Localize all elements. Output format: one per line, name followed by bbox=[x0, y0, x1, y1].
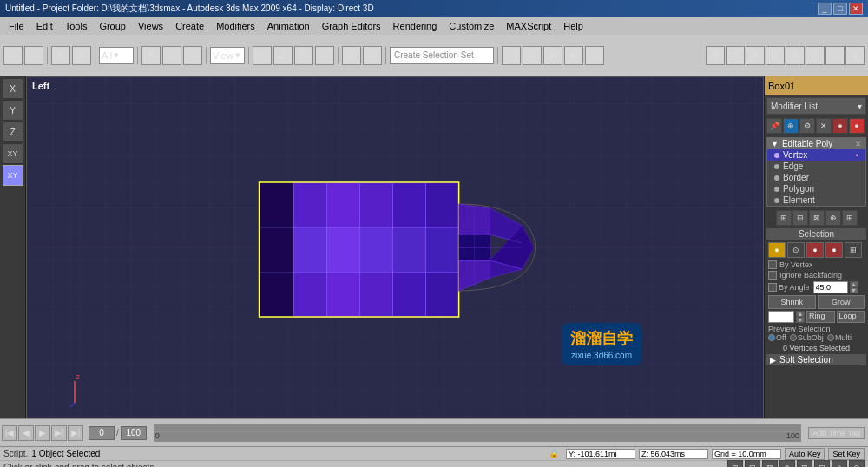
rp-configure-button[interactable]: ⚙ bbox=[799, 118, 815, 134]
percent-snap-button[interactable]: % bbox=[294, 46, 313, 65]
rp-red2-button[interactable]: ● bbox=[849, 118, 865, 134]
select-rotate-button[interactable]: ↻ bbox=[162, 46, 181, 65]
menu-graph-editors[interactable]: Graph Editors bbox=[317, 20, 386, 32]
menu-maxscript[interactable]: MAXScript bbox=[501, 20, 556, 32]
menu-customize[interactable]: Customize bbox=[444, 20, 499, 32]
rp-active-button[interactable]: ⊕ bbox=[783, 118, 799, 134]
total-frames-input[interactable] bbox=[121, 426, 147, 440]
mirror-button[interactable]: ⊞ bbox=[342, 46, 361, 65]
rp-pin-button[interactable]: 📌 bbox=[766, 118, 782, 134]
ep-edge[interactable]: Edge bbox=[767, 161, 865, 172]
close-button[interactable]: ✕ bbox=[849, 3, 863, 15]
named-selection-input[interactable]: Create Selection Set bbox=[390, 47, 494, 64]
spinner-snap-button[interactable]: ↕ bbox=[315, 46, 334, 65]
add-time-tag-button[interactable]: Add Time Tag bbox=[808, 427, 865, 439]
angle-input[interactable] bbox=[813, 281, 848, 293]
sel-icon-red-1[interactable]: ● bbox=[806, 242, 824, 258]
right-tb-8[interactable]: ◈ bbox=[845, 46, 865, 65]
select-move-button[interactable]: ✛ bbox=[141, 46, 161, 65]
align-button[interactable]: ⊟ bbox=[363, 46, 382, 65]
x-axis-button[interactable]: X bbox=[3, 78, 23, 99]
menu-tools[interactable]: Tools bbox=[60, 20, 93, 32]
schematic-button[interactable]: ⊠ bbox=[523, 46, 542, 65]
right-tb-7[interactable]: ⊙ bbox=[825, 46, 845, 65]
ring-button[interactable]: Ring bbox=[806, 311, 835, 323]
redo-button[interactable]: ↪ bbox=[24, 46, 43, 65]
tl-goto-start[interactable]: |◀ bbox=[2, 425, 17, 441]
shrink-button[interactable]: Shrink bbox=[768, 295, 816, 309]
select-scale-button[interactable]: ⊿ bbox=[183, 46, 202, 65]
tl-play[interactable]: ▶ bbox=[35, 425, 50, 441]
bottom-icon-5[interactable]: ⊞ bbox=[797, 460, 812, 468]
select-region-button[interactable]: ⊞ bbox=[72, 46, 91, 65]
bottom-icon-7[interactable]: ◈ bbox=[832, 460, 847, 468]
angle-snap-button[interactable]: ∠ bbox=[273, 46, 293, 65]
z-axis-button[interactable]: Z bbox=[3, 122, 23, 142]
bottom-icon-2[interactable]: ⊟ bbox=[745, 460, 760, 468]
xy-interact-button[interactable]: XY bbox=[3, 165, 23, 186]
sel-icon-yellow[interactable]: ● bbox=[768, 242, 786, 258]
snap-toggle-button[interactable]: ⊙ bbox=[253, 46, 272, 65]
angle-up[interactable]: ▲ bbox=[850, 281, 858, 287]
menu-modifiers[interactable]: Modifiers bbox=[211, 20, 260, 32]
grow-button[interactable]: Grow bbox=[818, 295, 865, 309]
right-tb-4[interactable]: ⊟ bbox=[766, 46, 785, 65]
render-scene-button[interactable]: ▶ bbox=[564, 46, 583, 65]
xy-axis-button[interactable]: XY bbox=[3, 143, 23, 164]
ignore-backfacing-checkbox[interactable] bbox=[768, 271, 777, 280]
ring-down[interactable]: ▼ bbox=[796, 317, 805, 323]
menu-rendering[interactable]: Rendering bbox=[388, 20, 443, 32]
right-tb-1[interactable]: ⊞ bbox=[706, 46, 725, 65]
reference-dropdown[interactable]: View ▾ bbox=[210, 47, 245, 64]
right-tb-3[interactable]: ⊞ bbox=[746, 46, 765, 65]
minimize-button[interactable]: _ bbox=[818, 3, 832, 15]
menu-help[interactable]: Help bbox=[558, 20, 589, 32]
right-tb-5[interactable]: ⊕ bbox=[786, 46, 805, 65]
bottom-icon-1[interactable]: ⊞ bbox=[727, 460, 743, 468]
menu-file[interactable]: File bbox=[3, 20, 30, 32]
editable-poly-header[interactable]: ▼ Editable Poly ✕ bbox=[767, 138, 865, 149]
select-filter-dropdown[interactable]: All ▾ bbox=[99, 47, 134, 64]
ep-vertex[interactable]: Vertex • bbox=[767, 149, 865, 161]
select-object-button[interactable]: ⊕ bbox=[51, 46, 70, 65]
sel-icon-red-2[interactable]: ● bbox=[825, 242, 843, 258]
preview-off[interactable]: Off bbox=[768, 333, 786, 342]
sel-icon-2[interactable]: ⊞ bbox=[845, 242, 862, 258]
by-vertex-checkbox[interactable] bbox=[768, 260, 777, 269]
bottom-icon-4[interactable]: ⊕ bbox=[779, 460, 795, 468]
by-angle-checkbox[interactable] bbox=[768, 283, 777, 292]
angle-down[interactable]: ▼ bbox=[850, 287, 858, 293]
rp-red1-button[interactable]: ● bbox=[832, 118, 848, 134]
rp-delete-button[interactable]: ✕ bbox=[816, 118, 832, 134]
tl-goto-end[interactable]: ▶| bbox=[68, 425, 83, 441]
menu-animation[interactable]: Animation bbox=[262, 20, 315, 32]
modifier-list-dropdown[interactable]: Modifier List ▾ bbox=[766, 97, 866, 115]
viewport[interactable]: Left LEFT bbox=[26, 76, 764, 418]
rp2-e[interactable]: ⊞ bbox=[842, 210, 858, 226]
tl-next-frame[interactable]: ▶| bbox=[51, 425, 67, 441]
soft-selection-header[interactable]: ▶ Soft Selection bbox=[766, 354, 866, 365]
menu-views[interactable]: Views bbox=[133, 20, 168, 32]
preview-multi[interactable]: Multi bbox=[827, 333, 852, 342]
loop-button[interactable]: Loop bbox=[837, 311, 865, 323]
preview-subobj[interactable]: SubObj bbox=[790, 333, 824, 342]
rp2-b[interactable]: ⊟ bbox=[792, 210, 808, 226]
menu-create[interactable]: Create bbox=[170, 20, 209, 32]
right-tb-6[interactable]: ⊠ bbox=[806, 46, 825, 65]
sel-icon-1[interactable]: ⊙ bbox=[787, 242, 805, 258]
right-tb-2[interactable]: ⊟ bbox=[726, 46, 745, 65]
rp2-d[interactable]: ⊕ bbox=[825, 210, 841, 226]
maximize-button[interactable]: □ bbox=[833, 3, 847, 15]
ring-up[interactable]: ▲ bbox=[796, 311, 805, 317]
timeline-track[interactable]: 0 100 bbox=[154, 424, 801, 442]
ep-border[interactable]: Border bbox=[767, 172, 865, 183]
undo-button[interactable]: ↩ bbox=[3, 46, 23, 65]
bottom-icon-8[interactable]: ⊙ bbox=[849, 460, 865, 468]
object-name-field[interactable]: Box01 bbox=[765, 76, 868, 95]
menu-group[interactable]: Group bbox=[94, 20, 131, 32]
auto-key-button[interactable]: Auto Key bbox=[785, 448, 825, 460]
set-key-button[interactable]: Set Key bbox=[828, 448, 865, 460]
ring-input[interactable] bbox=[768, 311, 794, 323]
rp2-c[interactable]: ⊠ bbox=[809, 210, 825, 226]
ep-element[interactable]: Element bbox=[767, 194, 865, 206]
